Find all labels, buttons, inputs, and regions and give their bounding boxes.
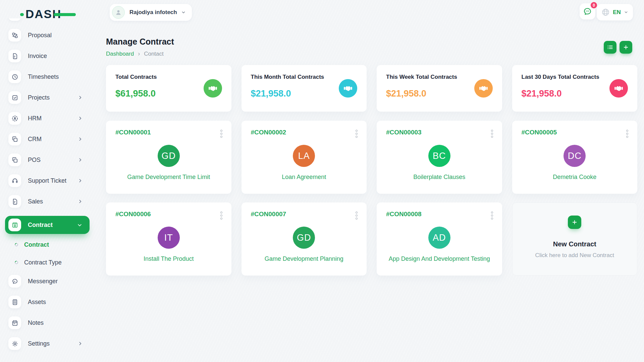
sidebar-item-invoice[interactable]: Invoice: [8, 50, 95, 62]
contract-code-link[interactable]: #CON00007: [251, 210, 286, 218]
sidebar: Proposal Invoice Timesheets Projects HRM…: [0, 18, 95, 362]
sidebar-label: HRM: [28, 115, 42, 122]
contract-code-link[interactable]: #CON00005: [522, 129, 557, 136]
sidebar-label: POS: [28, 157, 41, 164]
contract-title-link[interactable]: Game Development Time Limit: [106, 174, 231, 181]
sidebar-sublabel: Contract Type: [24, 259, 62, 266]
sidebar-label: Assets: [28, 299, 46, 306]
chevron-right-icon: [78, 158, 83, 162]
chevron-down-icon: [624, 10, 628, 14]
kebab-menu-icon[interactable]: [355, 210, 359, 221]
messenger-button[interactable]: 0: [580, 3, 595, 19]
breadcrumb: Dashboard › Contact: [106, 50, 164, 57]
sidebar-item-crm[interactable]: CRM: [8, 133, 95, 145]
sidebar-label: Support Ticket: [28, 177, 66, 184]
sidebar-label: Notes: [28, 319, 44, 326]
sidebar-item-timesheets[interactable]: Timesheets: [8, 70, 95, 83]
calculator-icon: [8, 296, 21, 308]
sidebar-item-sales[interactable]: Sales: [8, 195, 95, 208]
contract-card: #CON00008 AD App Design And Development …: [377, 202, 502, 276]
chevron-right-icon: [78, 341, 83, 346]
sidebar-item-contract[interactable]: Contract: [5, 216, 90, 234]
contract-title-link[interactable]: App Design And Development Testing: [377, 255, 502, 262]
chat-icon: [8, 275, 21, 288]
stat-card-week: This Week Total Contracts $21,958.0: [377, 65, 502, 112]
add-contract-button[interactable]: [620, 41, 632, 54]
sidebar-item-support-ticket[interactable]: Support Ticket: [8, 174, 95, 187]
page-title: Manage Contract: [106, 37, 174, 47]
sidebar-subitem-contract-type[interactable]: Contract Type: [15, 259, 95, 266]
sidebar-label: CRM: [28, 136, 42, 143]
list-view-button[interactable]: [604, 41, 616, 54]
kebab-menu-icon[interactable]: [490, 129, 494, 139]
kebab-menu-icon[interactable]: [490, 210, 494, 221]
contract-title-link[interactable]: Game Development Planning: [241, 255, 367, 262]
copy-icon: [8, 133, 21, 145]
company-name: Rajodiya infotech: [129, 9, 177, 16]
sidebar-item-assets[interactable]: Assets: [8, 296, 95, 308]
handshake-icon: [204, 79, 222, 98]
sidebar-item-settings[interactable]: Settings: [8, 337, 95, 350]
contract-code-link[interactable]: #CON00006: [115, 210, 151, 218]
company-selector[interactable]: Rajodiya infotech: [110, 4, 192, 21]
kebab-menu-icon[interactable]: [219, 129, 223, 139]
sidebar-item-hrm[interactable]: HRM: [8, 112, 95, 125]
stats-row: Total Contracts $61,958.0 This Month Tot…: [106, 65, 637, 112]
contract-title-link[interactable]: Loan Agreement: [241, 174, 367, 181]
contract-code-link[interactable]: #CON00002: [251, 129, 286, 136]
breadcrumb-dashboard-link[interactable]: Dashboard: [106, 51, 134, 57]
invoice-icon: [8, 50, 21, 62]
sidebar-item-projects[interactable]: Projects: [8, 91, 95, 104]
user-icon: [115, 9, 122, 16]
plus-icon: [568, 216, 581, 229]
contract-title-link[interactable]: Boilerplate Clauses: [377, 174, 502, 181]
avatar: GD: [158, 145, 180, 167]
sidebar-item-proposal[interactable]: Proposal: [8, 29, 95, 42]
chevron-right-icon: [78, 116, 83, 121]
sidebar-label: Proposal: [28, 32, 52, 39]
sidebar-label: Timesheets: [28, 73, 59, 80]
sidebar-item-notes[interactable]: Notes: [8, 316, 95, 329]
sidebar-item-hidden[interactable]: [8, 18, 95, 21]
contract-title-link[interactable]: Demetria Cooke: [512, 174, 638, 181]
checkbox-icon: [8, 91, 21, 104]
language-selector[interactable]: EN: [597, 4, 633, 20]
contract-code-link[interactable]: #CON00001: [115, 129, 151, 136]
stat-card-month: This Month Total Contracts $21,958.0: [241, 65, 367, 112]
handshake-icon: [609, 79, 628, 98]
kebab-menu-icon[interactable]: [625, 129, 629, 139]
contract-card: #CON00007 GD Game Development Planning: [241, 202, 367, 276]
chevron-right-icon: [78, 95, 83, 100]
avatar: BC: [428, 145, 450, 167]
avatar: LA: [293, 145, 315, 167]
contract-card: #CON00002 LA Loan Agreement: [241, 121, 367, 194]
sidebar-item-messenger[interactable]: Messenger: [8, 275, 95, 288]
chevron-right-icon: [78, 178, 83, 183]
contract-code-link[interactable]: #CON00003: [386, 129, 422, 136]
proposal-icon: [8, 29, 21, 42]
contract-code-link[interactable]: #CON00008: [386, 210, 422, 218]
sidebar-label: Sales: [28, 198, 43, 205]
contract-title-link[interactable]: Install The Product: [106, 255, 231, 262]
sidebar-label: Contract: [28, 222, 53, 229]
stat-card-total: Total Contracts $61,958.0: [106, 65, 231, 112]
kebab-menu-icon[interactable]: [355, 129, 359, 139]
headset-icon: [8, 174, 21, 187]
sidebar-label: Settings: [28, 340, 50, 347]
copy-icon: [8, 154, 21, 166]
stat-label: Last 30 Days Total Contracts: [522, 74, 628, 80]
sidebar-subitem-contract[interactable]: Contract: [15, 241, 95, 248]
new-contract-card[interactable]: New Contract Click here to add New Contr…: [512, 202, 638, 276]
sidebar-item-pos[interactable]: POS: [8, 154, 95, 166]
logo-dash-decor: [54, 13, 76, 16]
kebab-menu-icon[interactable]: [219, 210, 223, 221]
stat-label: This Week Total Contracts: [386, 74, 493, 80]
chevron-down-icon: [181, 10, 186, 15]
logo-dot-decor: [20, 13, 24, 16]
handshake-icon: [474, 79, 493, 98]
sidebar-label: Invoice: [28, 53, 47, 60]
breadcrumb-current: Contact: [144, 51, 164, 57]
language-code: EN: [613, 9, 621, 16]
gear-icon: [8, 337, 21, 350]
chevron-down-icon: [77, 223, 82, 228]
